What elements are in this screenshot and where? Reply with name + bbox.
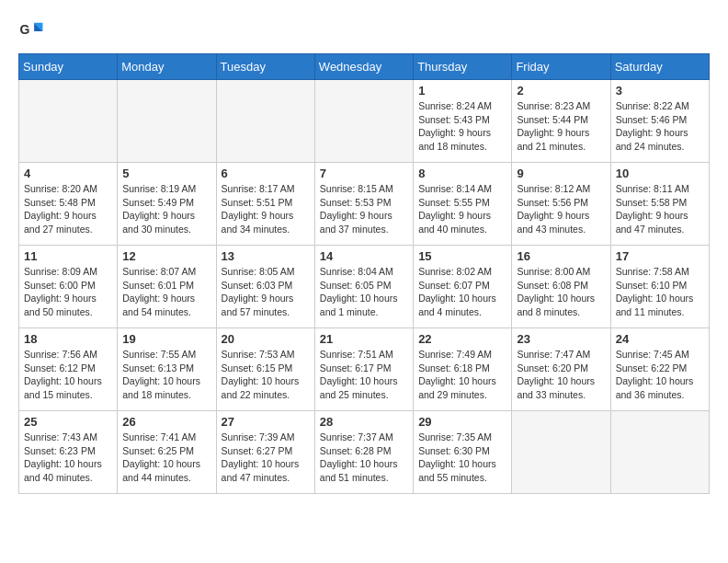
day-cell: 20Sunrise: 7:53 AMSunset: 6:15 PMDayligh…	[216, 328, 314, 411]
day-cell: 25Sunrise: 7:43 AMSunset: 6:23 PMDayligh…	[19, 411, 118, 494]
header-day-saturday: Saturday	[610, 54, 709, 80]
day-cell: 7Sunrise: 8:15 AMSunset: 5:53 PMDaylight…	[314, 163, 413, 246]
day-number: 7	[320, 167, 408, 180]
logo-icon: G	[18, 18, 44, 44]
header-day-thursday: Thursday	[414, 54, 512, 80]
day-number: 18	[24, 332, 112, 346]
week-row-5: 25Sunrise: 7:43 AMSunset: 6:23 PMDayligh…	[19, 411, 710, 494]
day-number: 9	[517, 167, 605, 180]
day-cell	[610, 411, 709, 494]
day-number: 28	[320, 415, 408, 429]
day-cell	[512, 411, 610, 494]
day-cell	[314, 80, 413, 163]
day-number: 20	[222, 332, 310, 346]
day-info: Sunrise: 8:12 AMSunset: 5:56 PMDaylight:…	[517, 182, 605, 236]
day-info: Sunrise: 7:43 AMSunset: 6:23 PMDaylight:…	[24, 431, 112, 485]
logo: G	[18, 18, 48, 44]
day-info: Sunrise: 7:35 AMSunset: 6:30 PMDaylight:…	[418, 431, 506, 485]
day-cell: 8Sunrise: 8:14 AMSunset: 5:55 PMDaylight…	[414, 163, 512, 246]
day-info: Sunrise: 7:45 AMSunset: 6:22 PMDaylight:…	[616, 348, 704, 402]
calendar-table: SundayMondayTuesdayWednesdayThursdayFrid…	[18, 53, 710, 494]
day-cell: 15Sunrise: 8:02 AMSunset: 6:07 PMDayligh…	[414, 246, 512, 328]
day-info: Sunrise: 8:05 AMSunset: 6:03 PMDaylight:…	[222, 265, 310, 319]
header-day-wednesday: Wednesday	[314, 54, 413, 80]
day-number: 29	[418, 415, 506, 429]
day-cell: 23Sunrise: 7:47 AMSunset: 6:20 PMDayligh…	[512, 328, 610, 411]
day-info: Sunrise: 8:19 AMSunset: 5:49 PMDaylight:…	[122, 182, 210, 236]
day-info: Sunrise: 8:04 AMSunset: 6:05 PMDaylight:…	[320, 265, 408, 319]
day-cell: 4Sunrise: 8:20 AMSunset: 5:48 PMDaylight…	[19, 163, 118, 246]
day-number: 17	[616, 249, 704, 263]
day-cell: 28Sunrise: 7:37 AMSunset: 6:28 PMDayligh…	[314, 411, 413, 494]
header-row: SundayMondayTuesdayWednesdayThursdayFrid…	[19, 54, 710, 80]
day-number: 25	[24, 415, 112, 429]
day-info: Sunrise: 7:51 AMSunset: 6:17 PMDaylight:…	[320, 348, 408, 402]
week-row-1: 1Sunrise: 8:24 AMSunset: 5:43 PMDaylight…	[19, 80, 710, 163]
day-cell: 2Sunrise: 8:23 AMSunset: 5:44 PMDaylight…	[512, 80, 610, 163]
day-number: 2	[517, 84, 605, 98]
day-cell: 26Sunrise: 7:41 AMSunset: 6:25 PMDayligh…	[118, 411, 216, 494]
day-info: Sunrise: 8:15 AMSunset: 5:53 PMDaylight:…	[320, 182, 408, 236]
day-number: 26	[122, 415, 210, 429]
day-info: Sunrise: 7:53 AMSunset: 6:15 PMDaylight:…	[222, 348, 310, 402]
day-cell: 17Sunrise: 7:58 AMSunset: 6:10 PMDayligh…	[610, 246, 709, 328]
day-info: Sunrise: 8:00 AMSunset: 6:08 PMDaylight:…	[517, 265, 605, 319]
day-info: Sunrise: 8:09 AMSunset: 6:00 PMDaylight:…	[24, 265, 112, 319]
header-day-sunday: Sunday	[19, 54, 118, 80]
day-info: Sunrise: 7:37 AMSunset: 6:28 PMDaylight:…	[320, 431, 408, 485]
day-info: Sunrise: 8:11 AMSunset: 5:58 PMDaylight:…	[616, 182, 704, 236]
day-info: Sunrise: 8:17 AMSunset: 5:51 PMDaylight:…	[222, 182, 310, 236]
day-number: 3	[616, 84, 704, 98]
day-cell: 9Sunrise: 8:12 AMSunset: 5:56 PMDaylight…	[512, 163, 610, 246]
day-cell: 12Sunrise: 8:07 AMSunset: 6:01 PMDayligh…	[118, 246, 216, 328]
day-number: 11	[24, 249, 112, 263]
header-day-tuesday: Tuesday	[216, 54, 314, 80]
day-info: Sunrise: 8:20 AMSunset: 5:48 PMDaylight:…	[24, 182, 112, 236]
day-cell: 22Sunrise: 7:49 AMSunset: 6:18 PMDayligh…	[414, 328, 512, 411]
day-number: 19	[122, 332, 210, 346]
day-number: 23	[517, 332, 605, 346]
day-number: 16	[517, 249, 605, 263]
day-number: 24	[616, 332, 704, 346]
day-number: 21	[320, 332, 408, 346]
day-info: Sunrise: 7:41 AMSunset: 6:25 PMDaylight:…	[122, 431, 210, 485]
day-info: Sunrise: 7:56 AMSunset: 6:12 PMDaylight:…	[24, 348, 112, 402]
svg-text:G: G	[20, 22, 30, 37]
day-info: Sunrise: 8:07 AMSunset: 6:01 PMDaylight:…	[122, 265, 210, 319]
day-cell: 18Sunrise: 7:56 AMSunset: 6:12 PMDayligh…	[19, 328, 118, 411]
day-number: 5	[122, 167, 210, 180]
header-day-monday: Monday	[118, 54, 216, 80]
day-number: 10	[616, 167, 704, 180]
day-info: Sunrise: 8:02 AMSunset: 6:07 PMDaylight:…	[418, 265, 506, 319]
day-info: Sunrise: 7:39 AMSunset: 6:27 PMDaylight:…	[222, 431, 310, 485]
day-number: 14	[320, 249, 408, 263]
day-cell: 1Sunrise: 8:24 AMSunset: 5:43 PMDaylight…	[414, 80, 512, 163]
day-cell: 11Sunrise: 8:09 AMSunset: 6:00 PMDayligh…	[19, 246, 118, 328]
week-row-2: 4Sunrise: 8:20 AMSunset: 5:48 PMDaylight…	[19, 163, 710, 246]
day-number: 1	[418, 84, 506, 98]
day-info: Sunrise: 8:24 AMSunset: 5:43 PMDaylight:…	[418, 99, 506, 154]
day-cell: 6Sunrise: 8:17 AMSunset: 5:51 PMDaylight…	[216, 163, 314, 246]
day-info: Sunrise: 8:14 AMSunset: 5:55 PMDaylight:…	[418, 182, 506, 236]
day-number: 15	[418, 249, 506, 263]
day-cell: 19Sunrise: 7:55 AMSunset: 6:13 PMDayligh…	[118, 328, 216, 411]
day-info: Sunrise: 8:22 AMSunset: 5:46 PMDaylight:…	[616, 99, 704, 154]
day-info: Sunrise: 7:55 AMSunset: 6:13 PMDaylight:…	[122, 348, 210, 402]
week-row-4: 18Sunrise: 7:56 AMSunset: 6:12 PMDayligh…	[19, 328, 710, 411]
header-day-friday: Friday	[512, 54, 610, 80]
day-cell	[216, 80, 314, 163]
day-number: 6	[222, 167, 310, 180]
day-cell	[118, 80, 216, 163]
day-cell: 24Sunrise: 7:45 AMSunset: 6:22 PMDayligh…	[610, 328, 709, 411]
day-number: 12	[122, 249, 210, 263]
day-number: 13	[222, 249, 310, 263]
day-info: Sunrise: 7:58 AMSunset: 6:10 PMDaylight:…	[616, 265, 704, 319]
day-info: Sunrise: 7:47 AMSunset: 6:20 PMDaylight:…	[517, 348, 605, 402]
day-cell	[19, 80, 118, 163]
day-cell: 16Sunrise: 8:00 AMSunset: 6:08 PMDayligh…	[512, 246, 610, 328]
day-number: 27	[222, 415, 310, 429]
week-row-3: 11Sunrise: 8:09 AMSunset: 6:00 PMDayligh…	[19, 246, 710, 328]
day-cell: 10Sunrise: 8:11 AMSunset: 5:58 PMDayligh…	[610, 163, 709, 246]
day-number: 8	[418, 167, 506, 180]
day-number: 4	[24, 167, 112, 180]
